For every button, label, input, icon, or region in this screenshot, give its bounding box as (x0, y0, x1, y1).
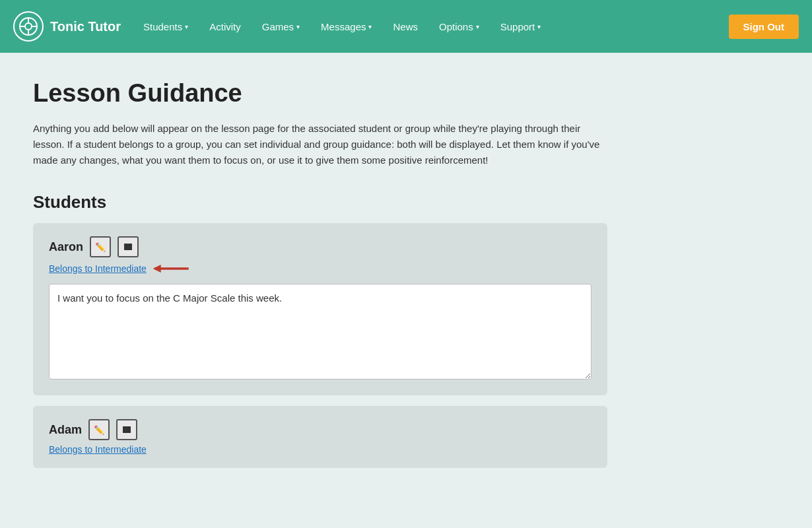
brand-name: Tonic Tutor (50, 19, 121, 34)
group-link-aaron[interactable]: Belongs to Intermediate (49, 263, 147, 274)
signout-container: Sign Out (729, 15, 799, 39)
chevron-down-icon: ▾ (368, 23, 372, 30)
student-card-header-adam: Adam ✏️ (49, 419, 592, 440)
svg-point-1 (25, 23, 32, 30)
logo[interactable]: Tonic Tutor (13, 11, 121, 42)
nav-item-students[interactable]: Students ▾ (134, 16, 197, 38)
edit-button-aaron[interactable]: ✏️ (90, 236, 111, 257)
red-arrow-annotation (152, 261, 191, 276)
chevron-down-icon: ▾ (296, 23, 300, 30)
group-row-aaron: Belongs to Intermediate (49, 261, 592, 276)
logo-icon (13, 11, 44, 42)
chevron-down-icon: ▾ (537, 23, 541, 30)
nav-item-options[interactable]: Options ▾ (430, 16, 489, 38)
student-card-aaron: Aaron ✏️ Belongs to Intermediate (33, 223, 607, 395)
main-content: Lesson Guidance Anything you add below w… (0, 53, 812, 505)
nav-item-activity[interactable]: Activity (200, 16, 250, 38)
edit-button-adam[interactable]: ✏️ (88, 419, 110, 440)
nav-item-support[interactable]: Support ▾ (491, 16, 551, 38)
signout-button[interactable]: Sign Out (729, 15, 799, 39)
pencil-icon: ✏️ (95, 242, 106, 252)
student-card-adam: Adam ✏️ Belongs to Intermediate (33, 406, 607, 468)
pencil-icon: ✏️ (94, 425, 104, 435)
group-row-adam: Belongs to Intermediate (49, 444, 592, 455)
group-link-adam[interactable]: Belongs to Intermediate (49, 444, 592, 455)
chevron-down-icon: ▾ (476, 23, 479, 30)
student-name-aaron: Aaron (49, 240, 83, 254)
student-name-adam: Adam (49, 423, 82, 437)
svg-marker-7 (153, 265, 161, 273)
message-icon (124, 244, 132, 250)
message-button-aaron[interactable] (118, 236, 139, 257)
message-icon (123, 426, 131, 433)
students-section-title: Students (33, 192, 779, 213)
message-button-adam[interactable] (116, 419, 137, 440)
page-title: Lesson Guidance (33, 79, 779, 108)
nav-item-news[interactable]: News (384, 16, 427, 38)
nav-menu: Students ▾ Activity Games ▾ Messages ▾ N… (134, 16, 728, 38)
guidance-textarea-aaron[interactable] (49, 284, 592, 380)
nav-item-games[interactable]: Games ▾ (253, 16, 309, 38)
navbar: Tonic Tutor Students ▾ Activity Games ▾ … (0, 0, 812, 53)
student-card-header: Aaron ✏️ (49, 236, 592, 257)
page-description: Anything you add below will appear on th… (33, 121, 601, 168)
chevron-down-icon: ▾ (185, 23, 188, 30)
nav-item-messages[interactable]: Messages ▾ (312, 16, 381, 38)
